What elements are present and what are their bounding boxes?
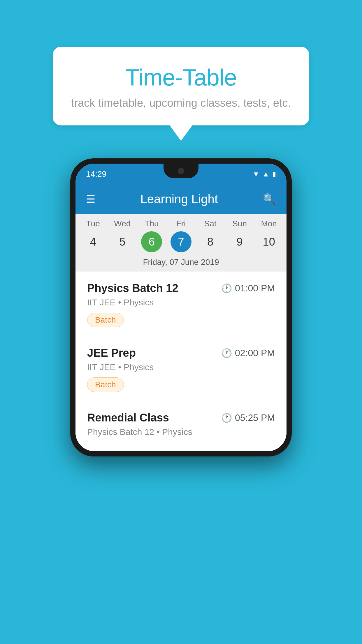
class-name: Physics Batch 12 bbox=[87, 282, 178, 295]
day-number[interactable]: 8 bbox=[200, 231, 221, 252]
day-label: Fri bbox=[176, 219, 186, 228]
day-number[interactable]: 10 bbox=[259, 231, 280, 252]
speech-bubble-section: Time-Table track timetable, upcoming cla… bbox=[53, 47, 309, 141]
signal-icon: ▲ bbox=[262, 170, 269, 178]
speech-bubble-tail bbox=[169, 125, 193, 141]
day-label: Tue bbox=[86, 219, 100, 228]
card-title: Time-Table bbox=[70, 64, 292, 91]
day-col[interactable]: Mon10 bbox=[254, 219, 284, 252]
batch-tag: Batch bbox=[87, 313, 124, 327]
class-name: JEE Prep bbox=[87, 347, 136, 359]
class-name: Remedial Class bbox=[87, 412, 169, 424]
calendar-section: Tue4Wed5Thu6Fri7Sat8Sun9Mon10 Friday, 07… bbox=[75, 214, 287, 272]
day-number[interactable]: 5 bbox=[112, 231, 133, 252]
day-col[interactable]: Fri7 bbox=[166, 219, 196, 252]
days-row: Tue4Wed5Thu6Fri7Sat8Sun9Mon10 bbox=[75, 214, 287, 255]
class-time: 🕐01:00 PM bbox=[221, 283, 275, 294]
camera bbox=[178, 168, 184, 174]
search-icon[interactable]: 🔍 bbox=[263, 193, 276, 205]
clock-icon: 🕐 bbox=[221, 348, 232, 358]
batch-tag: Batch bbox=[87, 377, 124, 392]
class-subject: Physics Batch 12 • Physics bbox=[87, 427, 275, 437]
day-number[interactable]: 9 bbox=[229, 231, 250, 252]
day-col[interactable]: Tue4 bbox=[78, 219, 108, 252]
day-number[interactable]: 4 bbox=[82, 231, 103, 252]
class-item[interactable]: Physics Batch 12🕐01:00 PMIIT JEE • Physi… bbox=[75, 272, 287, 336]
card-subtitle: track timetable, upcoming classes, tests… bbox=[70, 97, 292, 109]
day-col[interactable]: Sun9 bbox=[225, 219, 254, 252]
day-label: Sun bbox=[232, 219, 247, 228]
status-time: 14:29 bbox=[86, 169, 106, 179]
battery-icon: ▮ bbox=[272, 170, 276, 178]
class-time: 🕐05:25 PM bbox=[221, 412, 275, 423]
day-label: Mon bbox=[261, 219, 277, 228]
day-number[interactable]: 6 bbox=[141, 231, 162, 252]
class-list: Physics Batch 12🕐01:00 PMIIT JEE • Physi… bbox=[75, 272, 287, 451]
speech-bubble-card: Time-Table track timetable, upcoming cla… bbox=[53, 47, 309, 125]
day-label: Thu bbox=[145, 219, 159, 228]
app-bar: ☰ Learning Light 🔍 bbox=[75, 185, 287, 214]
day-label: Wed bbox=[114, 219, 131, 228]
app-title: Learning Light bbox=[140, 192, 218, 206]
day-number[interactable]: 7 bbox=[171, 231, 191, 252]
day-col[interactable]: Thu6 bbox=[137, 219, 166, 252]
class-item[interactable]: JEE Prep🕐02:00 PMIIT JEE • PhysicsBatch bbox=[75, 336, 287, 401]
clock-icon: 🕐 bbox=[221, 413, 232, 423]
day-label: Sat bbox=[204, 219, 217, 228]
class-subject: IIT JEE • Physics bbox=[87, 298, 275, 307]
status-bar: 14:29 ▼ ▲ ▮ bbox=[75, 164, 287, 185]
phone-screen: 14:29 ▼ ▲ ▮ ☰ Learning Light 🔍 Tue4Wed5T… bbox=[75, 164, 287, 451]
notch bbox=[164, 164, 198, 178]
day-col[interactable]: Sat8 bbox=[196, 219, 225, 252]
day-col[interactable]: Wed5 bbox=[108, 219, 137, 252]
menu-icon[interactable]: ☰ bbox=[86, 193, 95, 205]
class-time: 🕐02:00 PM bbox=[221, 348, 275, 358]
phone-frame: 14:29 ▼ ▲ ▮ ☰ Learning Light 🔍 Tue4Wed5T… bbox=[70, 158, 292, 456]
clock-icon: 🕐 bbox=[221, 283, 232, 293]
class-item[interactable]: Remedial Class🕐05:25 PMPhysics Batch 12 … bbox=[75, 401, 287, 451]
class-subject: IIT JEE • Physics bbox=[87, 362, 275, 372]
calendar-date-label: Friday, 07 June 2019 bbox=[75, 255, 287, 272]
wifi-icon: ▼ bbox=[252, 170, 259, 178]
status-icons: ▼ ▲ ▮ bbox=[252, 170, 276, 178]
